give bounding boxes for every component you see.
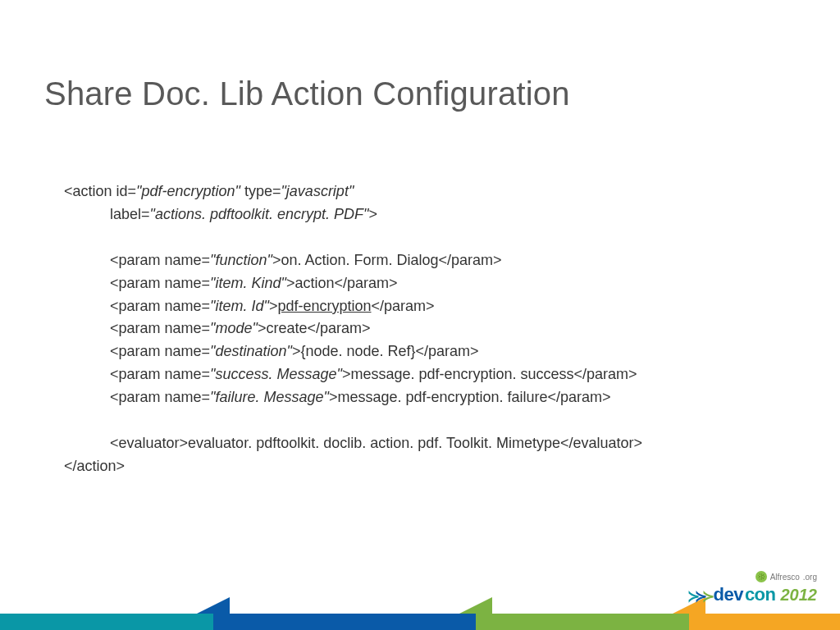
code-line: </action> <box>64 455 786 478</box>
text: <param name= <box>110 298 210 314</box>
text: <param name= <box>110 320 210 336</box>
text: >create</param> <box>258 320 371 336</box>
text: >action</param> <box>286 275 398 291</box>
text: <param name= <box>110 389 210 405</box>
text: <param name= <box>110 252 210 268</box>
logo-year: 2012 <box>781 586 818 605</box>
text: <param name= <box>110 343 210 359</box>
text: >message. pdf-encryption. success</param… <box>342 366 637 382</box>
alfresco-icon <box>756 571 767 582</box>
text: >message. pdf-encryption. failure</param… <box>329 389 611 405</box>
footer-chevron <box>197 597 230 614</box>
text: type= <box>240 183 281 199</box>
code-line: <param name="item. Id">pdf-encryption</p… <box>64 295 786 318</box>
attr-value: "item. Kind" <box>210 275 286 291</box>
attr-value: "javascript" <box>281 183 354 199</box>
code-line: <action id="pdf-encryption" type="javasc… <box>64 180 786 203</box>
code-line: label="actions. pdftoolkit. encrypt. PDF… <box>64 203 786 226</box>
attr-value: "failure. Message" <box>210 389 329 405</box>
slide-title: Share Doc. Lib Action Configuration <box>44 75 570 112</box>
text: label= <box>110 206 150 222</box>
brand-suffix: .org <box>803 573 817 582</box>
attr-value: "pdf-encryption" <box>136 183 240 199</box>
footer-chevron <box>459 597 492 614</box>
text: >on. Action. Form. Dialog</param> <box>272 252 502 268</box>
text: >{node. node. Ref}</param> <box>292 343 479 359</box>
footer: Alfresco.org ≻≻≻ devcon 2012 <box>0 591 840 630</box>
footer-band-teal <box>0 614 213 630</box>
code-line: <param name="failure. Message">message. … <box>64 386 786 409</box>
devcon-logo: ≻≻≻ devcon 2012 <box>687 584 817 605</box>
code-block: <action id="pdf-encryption" type="javasc… <box>64 180 786 478</box>
attr-value: "actions. pdftoolkit. encrypt. PDF" <box>150 206 369 222</box>
text: <action id= <box>64 183 136 199</box>
code-line: <param name="mode">create</param> <box>64 317 786 340</box>
footer-band-blue <box>213 614 476 630</box>
text: > <box>368 206 377 222</box>
logo-text-con: con <box>745 584 776 605</box>
text: <param name= <box>110 275 210 291</box>
attr-value: "function" <box>210 252 272 268</box>
code-line: <param name="function">on. Action. Form.… <box>64 249 786 272</box>
text: <param name= <box>110 366 210 382</box>
footer-band-green <box>476 614 689 630</box>
param-value: pdf-encryption <box>277 298 371 314</box>
logo-text-dev: dev <box>713 584 742 605</box>
attr-value: "mode" <box>210 320 258 336</box>
chevrons-icon: ≻≻≻ <box>687 587 710 605</box>
text: > <box>269 298 278 314</box>
code-line: <evaluator>evaluator. pdftoolkit. doclib… <box>64 432 786 455</box>
event-logo: Alfresco.org ≻≻≻ devcon 2012 <box>687 571 817 605</box>
footer-band-orange <box>689 614 840 630</box>
attr-value: "item. Id" <box>210 298 269 314</box>
code-line: <param name="item. Kind">action</param> <box>64 272 786 295</box>
text: </param> <box>371 298 434 314</box>
attr-value: "success. Message" <box>210 366 342 382</box>
code-line: <param name="destination">{node. node. R… <box>64 340 786 363</box>
alfresco-brand: Alfresco.org <box>687 571 817 582</box>
attr-value: "destination" <box>210 343 292 359</box>
brand-text: Alfresco <box>770 573 800 582</box>
slide: Share Doc. Lib Action Configuration <act… <box>0 0 840 630</box>
code-line: <param name="success. Message">message. … <box>64 363 786 386</box>
